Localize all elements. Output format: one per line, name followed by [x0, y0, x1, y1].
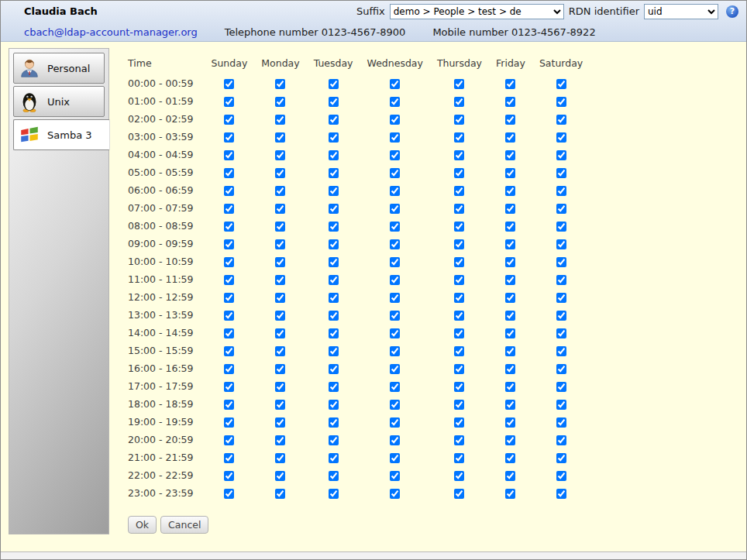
- hour-checkbox-friday[interactable]: [505, 275, 515, 285]
- hour-checkbox-wednesday[interactable]: [390, 382, 400, 392]
- hour-checkbox-wednesday[interactable]: [390, 222, 400, 232]
- hour-checkbox-saturday[interactable]: [556, 186, 566, 196]
- hour-checkbox-thursday[interactable]: [454, 364, 464, 374]
- hour-checkbox-friday[interactable]: [505, 382, 515, 392]
- hour-checkbox-thursday[interactable]: [454, 453, 464, 463]
- hour-checkbox-saturday[interactable]: [556, 239, 566, 249]
- hour-checkbox-sunday[interactable]: [224, 489, 234, 499]
- hour-checkbox-thursday[interactable]: [454, 328, 464, 338]
- hour-checkbox-sunday[interactable]: [224, 204, 234, 214]
- hour-checkbox-friday[interactable]: [505, 168, 515, 178]
- hour-checkbox-tuesday[interactable]: [329, 382, 339, 392]
- hour-checkbox-wednesday[interactable]: [390, 417, 400, 428]
- hour-checkbox-tuesday[interactable]: [329, 346, 339, 356]
- hour-checkbox-sunday[interactable]: [224, 150, 234, 160]
- hour-checkbox-wednesday[interactable]: [390, 168, 400, 178]
- hour-checkbox-monday[interactable]: [275, 328, 285, 338]
- hour-checkbox-thursday[interactable]: [454, 115, 464, 125]
- hour-checkbox-sunday[interactable]: [224, 79, 234, 89]
- hour-checkbox-monday[interactable]: [275, 222, 285, 232]
- hour-checkbox-saturday[interactable]: [556, 97, 566, 107]
- hour-checkbox-sunday[interactable]: [224, 328, 234, 338]
- hour-checkbox-tuesday[interactable]: [329, 275, 339, 285]
- hour-checkbox-wednesday[interactable]: [390, 115, 400, 125]
- hour-checkbox-thursday[interactable]: [454, 186, 464, 196]
- hour-checkbox-sunday[interactable]: [224, 275, 234, 285]
- hour-checkbox-monday[interactable]: [275, 132, 285, 143]
- hour-checkbox-thursday[interactable]: [454, 150, 464, 160]
- hour-checkbox-saturday[interactable]: [556, 471, 566, 481]
- hour-checkbox-friday[interactable]: [505, 222, 515, 232]
- sidebar-tab-unix[interactable]: Unix: [13, 86, 105, 117]
- hour-checkbox-sunday[interactable]: [224, 97, 234, 107]
- hour-checkbox-monday[interactable]: [275, 97, 285, 107]
- hour-checkbox-friday[interactable]: [505, 186, 515, 196]
- hour-checkbox-friday[interactable]: [505, 346, 515, 356]
- hour-checkbox-monday[interactable]: [275, 346, 285, 356]
- hour-checkbox-wednesday[interactable]: [390, 311, 400, 321]
- hour-checkbox-thursday[interactable]: [454, 239, 464, 249]
- hour-checkbox-saturday[interactable]: [556, 346, 566, 356]
- hour-checkbox-thursday[interactable]: [454, 346, 464, 356]
- hour-checkbox-thursday[interactable]: [454, 489, 464, 499]
- hour-checkbox-sunday[interactable]: [224, 132, 234, 143]
- hour-checkbox-wednesday[interactable]: [390, 186, 400, 196]
- hour-checkbox-friday[interactable]: [505, 115, 515, 125]
- hour-checkbox-wednesday[interactable]: [390, 275, 400, 285]
- hour-checkbox-friday[interactable]: [505, 132, 515, 143]
- hour-checkbox-thursday[interactable]: [454, 293, 464, 303]
- hour-checkbox-saturday[interactable]: [556, 328, 566, 338]
- hour-checkbox-monday[interactable]: [275, 168, 285, 178]
- hour-checkbox-tuesday[interactable]: [329, 471, 339, 481]
- hour-checkbox-friday[interactable]: [505, 257, 515, 267]
- hour-checkbox-monday[interactable]: [275, 115, 285, 125]
- hour-checkbox-tuesday[interactable]: [329, 364, 339, 374]
- hour-checkbox-tuesday[interactable]: [329, 489, 339, 499]
- hour-checkbox-monday[interactable]: [275, 400, 285, 410]
- sidebar-tab-samba-3[interactable]: Samba 3: [13, 119, 110, 150]
- hour-checkbox-thursday[interactable]: [454, 257, 464, 267]
- hour-checkbox-sunday[interactable]: [224, 293, 234, 303]
- hour-checkbox-saturday[interactable]: [556, 489, 566, 499]
- hour-checkbox-thursday[interactable]: [454, 471, 464, 481]
- hour-checkbox-monday[interactable]: [275, 186, 285, 196]
- hour-checkbox-sunday[interactable]: [224, 435, 234, 445]
- hour-checkbox-thursday[interactable]: [454, 97, 464, 107]
- hour-checkbox-friday[interactable]: [505, 79, 515, 89]
- hour-checkbox-tuesday[interactable]: [329, 239, 339, 249]
- hour-checkbox-tuesday[interactable]: [329, 328, 339, 338]
- hour-checkbox-wednesday[interactable]: [390, 364, 400, 374]
- hour-checkbox-sunday[interactable]: [224, 382, 234, 392]
- hour-checkbox-wednesday[interactable]: [390, 293, 400, 303]
- hour-checkbox-saturday[interactable]: [556, 168, 566, 178]
- hour-checkbox-sunday[interactable]: [224, 453, 234, 463]
- email-link[interactable]: cbach@ldap-account-manager.org: [24, 26, 198, 38]
- hour-checkbox-friday[interactable]: [505, 204, 515, 214]
- hour-checkbox-wednesday[interactable]: [390, 257, 400, 267]
- hour-checkbox-monday[interactable]: [275, 204, 285, 214]
- hour-checkbox-thursday[interactable]: [454, 168, 464, 178]
- hour-checkbox-wednesday[interactable]: [390, 79, 400, 89]
- hour-checkbox-monday[interactable]: [275, 489, 285, 499]
- hour-checkbox-wednesday[interactable]: [390, 400, 400, 410]
- hour-checkbox-monday[interactable]: [275, 79, 285, 89]
- hour-checkbox-wednesday[interactable]: [390, 150, 400, 160]
- hour-checkbox-saturday[interactable]: [556, 150, 566, 160]
- hour-checkbox-tuesday[interactable]: [329, 435, 339, 445]
- hour-checkbox-sunday[interactable]: [224, 186, 234, 196]
- hour-checkbox-saturday[interactable]: [556, 257, 566, 267]
- hour-checkbox-tuesday[interactable]: [329, 400, 339, 410]
- hour-checkbox-friday[interactable]: [505, 97, 515, 107]
- hour-checkbox-tuesday[interactable]: [329, 311, 339, 321]
- hour-checkbox-saturday[interactable]: [556, 400, 566, 410]
- hour-checkbox-thursday[interactable]: [454, 435, 464, 445]
- hour-checkbox-monday[interactable]: [275, 293, 285, 303]
- rdn-select[interactable]: uid: [644, 4, 718, 19]
- hour-checkbox-monday[interactable]: [275, 382, 285, 392]
- hour-checkbox-sunday[interactable]: [224, 346, 234, 356]
- hour-checkbox-wednesday[interactable]: [390, 97, 400, 107]
- hour-checkbox-saturday[interactable]: [556, 382, 566, 392]
- hour-checkbox-friday[interactable]: [505, 293, 515, 303]
- hour-checkbox-sunday[interactable]: [224, 222, 234, 232]
- hour-checkbox-tuesday[interactable]: [329, 186, 339, 196]
